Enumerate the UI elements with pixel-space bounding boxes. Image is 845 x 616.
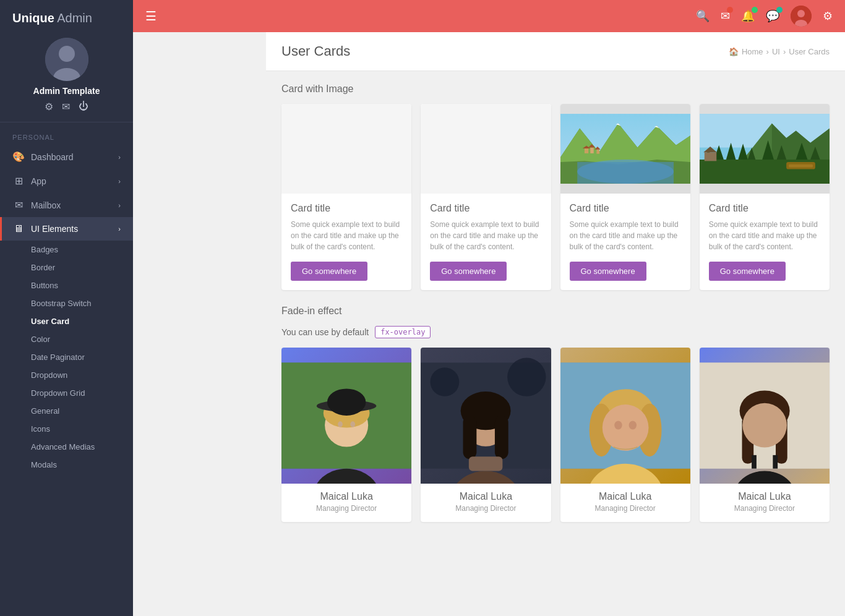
card-3-text: Some quick example text to build on the … bbox=[570, 219, 681, 252]
svg-point-45 bbox=[350, 421, 355, 427]
person-card-3-name: Maical Luka bbox=[570, 491, 681, 502]
svg-point-62 bbox=[614, 421, 622, 430]
card-2-title: Card title bbox=[430, 203, 541, 214]
notification-badge bbox=[752, 7, 758, 13]
sidebar-item-dashboard[interactable]: 🎨 Dashboard › bbox=[0, 145, 133, 169]
fade-code-badge: fx-overlay bbox=[375, 326, 431, 338]
sidebar-item-app[interactable]: ⊞ App › bbox=[0, 169, 133, 193]
sidebar-item-app-label: App bbox=[31, 176, 46, 186]
person-card-2-image bbox=[421, 348, 551, 484]
person-card-2: Maical Luka Managing Director bbox=[421, 348, 551, 522]
svg-point-49 bbox=[450, 471, 522, 484]
sidebar-sub-user-card[interactable]: User Card bbox=[0, 312, 133, 330]
sidebar-section-label: PERSONAL bbox=[0, 122, 133, 145]
sidebar-item-ui-elements[interactable]: 🖥 UI Elements › bbox=[0, 217, 133, 241]
svg-rect-72 bbox=[773, 455, 778, 469]
fade-in-section: Fade-in effect You can use by default fx… bbox=[281, 306, 830, 522]
chat-icon[interactable]: 💬 bbox=[766, 9, 779, 23]
card-3: Card title Some quick example text to bu… bbox=[560, 104, 690, 290]
svg-point-47 bbox=[431, 367, 460, 396]
mailbox-icon: ✉ bbox=[12, 199, 25, 211]
breadcrumb-home[interactable]: Home bbox=[742, 47, 763, 56]
breadcrumb-sep1: › bbox=[766, 47, 769, 56]
person-card-3: Maical Luka Managing Director bbox=[560, 348, 690, 522]
card-4-body: Card title Some quick example text to bu… bbox=[700, 194, 830, 290]
sidebar-sub-advanced-medias[interactable]: Advanced Medias bbox=[0, 438, 133, 456]
sidebar-sub-date-paginator[interactable]: Date Paginator bbox=[0, 348, 133, 366]
card-1-placeholder bbox=[281, 104, 411, 194]
sidebar-sub-badges[interactable]: Badges bbox=[0, 241, 133, 259]
person-card-grid: Maical Luka Managing Director bbox=[281, 348, 830, 522]
person-card-3-role: Managing Director bbox=[570, 504, 681, 513]
svg-rect-12 bbox=[590, 148, 593, 153]
person-card-4-info: Maical Luka Managing Director bbox=[700, 484, 830, 522]
svg-point-43 bbox=[327, 388, 366, 416]
avatar bbox=[45, 38, 88, 81]
card-4-button[interactable]: Go somewhere bbox=[709, 262, 786, 281]
person-card-2-role: Managing Director bbox=[430, 504, 541, 513]
person-card-4-image bbox=[700, 348, 830, 484]
svg-rect-71 bbox=[752, 455, 757, 469]
search-icon[interactable]: 🔍 bbox=[696, 9, 710, 23]
person-card-1-name: Maical Luka bbox=[291, 491, 402, 502]
sidebar-item-mailbox[interactable]: ✉ Mailbox › bbox=[0, 193, 133, 217]
svg-point-4 bbox=[797, 10, 805, 17]
person-card-1-role: Managing Director bbox=[291, 504, 402, 513]
card-4-text: Some quick example text to build on the … bbox=[709, 219, 820, 252]
svg-rect-13 bbox=[596, 150, 599, 154]
person-card-4-role: Managing Director bbox=[709, 504, 820, 513]
sidebar-sub-icons[interactable]: Icons bbox=[0, 420, 133, 438]
topbar-avatar[interactable] bbox=[791, 6, 812, 27]
card-section-title: Card with Image bbox=[281, 83, 830, 95]
breadcrumb-sep2: › bbox=[783, 47, 786, 56]
sidebar-sub-general[interactable]: General bbox=[0, 402, 133, 420]
svg-point-39 bbox=[313, 469, 380, 484]
fade-section-desc: You can use by default bbox=[281, 327, 369, 337]
sidebar-sub-border[interactable]: Border bbox=[0, 259, 133, 276]
svg-point-70 bbox=[742, 403, 787, 448]
sidebar-brand: Unique Admin bbox=[0, 0, 133, 32]
svg-rect-34 bbox=[789, 165, 813, 168]
svg-point-1 bbox=[59, 46, 75, 62]
person-card-4: Maical Luka Managing Director bbox=[700, 348, 830, 522]
card-3-button[interactable]: Go somewhere bbox=[570, 262, 646, 281]
person-card-4-name: Maical Luka bbox=[709, 491, 820, 502]
card-1: Card title Some quick example text to bu… bbox=[281, 104, 411, 290]
sidebar-sub-modals[interactable]: Modals bbox=[0, 456, 133, 474]
card-1-text: Some quick example text to build on the … bbox=[291, 219, 402, 252]
gear-icon[interactable]: ⚙ bbox=[45, 101, 53, 113]
chevron-right-icon: › bbox=[118, 153, 121, 161]
card-1-title: Card title bbox=[291, 203, 402, 214]
svg-point-63 bbox=[628, 421, 636, 430]
person-card-2-name: Maical Luka bbox=[430, 491, 541, 502]
mail-icon[interactable]: ✉ bbox=[62, 101, 70, 113]
card-4-title: Card title bbox=[709, 203, 820, 214]
svg-rect-10 bbox=[577, 162, 674, 184]
person-card-1: Maical Luka Managing Director bbox=[281, 348, 411, 522]
svg-rect-54 bbox=[469, 456, 503, 471]
breadcrumb-ui[interactable]: UI bbox=[772, 47, 780, 56]
person-card-1-info: Maical Luka Managing Director bbox=[281, 484, 411, 522]
breadcrumb: 🏠 Home › UI › User Cards bbox=[729, 47, 830, 56]
mail-icon[interactable]: ✉ bbox=[721, 9, 730, 23]
sidebar-sub-dropdown-grid[interactable]: Dropdown Grid bbox=[0, 384, 133, 402]
mail-badge bbox=[727, 7, 733, 13]
fade-section-title: Fade-in effect bbox=[281, 306, 830, 317]
svg-point-66 bbox=[733, 471, 796, 484]
card-2-text: Some quick example text to build on the … bbox=[430, 219, 541, 252]
sidebar-avatar-section: Admin Template ⚙ ✉ ⏻ bbox=[0, 32, 133, 122]
power-icon[interactable]: ⏻ bbox=[79, 101, 88, 113]
bell-icon[interactable]: 🔔 bbox=[741, 9, 755, 23]
card-2-placeholder bbox=[421, 104, 551, 194]
card-1-button[interactable]: Go somewhere bbox=[291, 262, 367, 281]
menu-icon[interactable]: ☰ bbox=[145, 9, 157, 24]
topbar-icons: 🔍 ✉ 🔔 💬 ⚙ bbox=[696, 6, 833, 27]
chat-badge bbox=[776, 7, 783, 13]
sidebar-sub-buttons[interactable]: Buttons bbox=[0, 276, 133, 294]
card-2-button[interactable]: Go somewhere bbox=[430, 262, 507, 281]
card-2: Card title Some quick example text to bu… bbox=[421, 104, 551, 290]
sidebar-sub-bootstrap-switch[interactable]: Bootstrap Switch bbox=[0, 294, 133, 312]
sidebar-sub-dropdown[interactable]: Dropdown bbox=[0, 366, 133, 384]
sidebar-sub-color[interactable]: Color bbox=[0, 330, 133, 348]
settings-icon[interactable]: ⚙ bbox=[823, 9, 833, 23]
